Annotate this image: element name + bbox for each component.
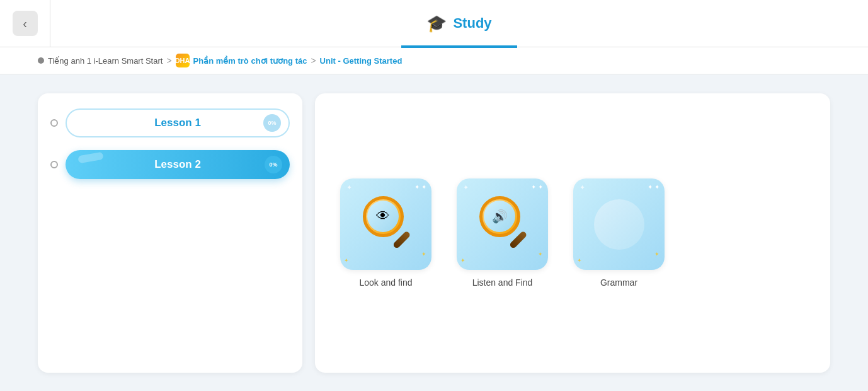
tab-study-label: Study bbox=[453, 15, 491, 32]
lesson1-button[interactable]: Lesson 1 0% bbox=[66, 108, 290, 137]
study-icon: 🎓 bbox=[426, 14, 447, 33]
left-panel: Lesson 1 0% Lesson 2 0% bbox=[38, 93, 302, 373]
grammar-icon bbox=[594, 199, 644, 250]
breadcrumb-item1: Tiếng anh 1 i-Learn Smart Start bbox=[48, 56, 163, 66]
tab-study[interactable]: 🎓 Study bbox=[401, 1, 517, 48]
nav-tabs: 🎓 Study bbox=[50, 0, 868, 47]
sparkle-icon-1: ✦ ✦ bbox=[414, 184, 426, 190]
top-nav: ‹ 🎓 Study bbox=[0, 0, 868, 47]
breadcrumb-app-icon: DHA bbox=[176, 54, 190, 67]
breadcrumb-dot bbox=[38, 57, 44, 64]
eye-icon: 👁 bbox=[376, 208, 390, 225]
breadcrumb-item2[interactable]: Phần mềm trò chơi tương tác bbox=[193, 56, 307, 66]
lesson-row-2: Lesson 2 0% bbox=[50, 150, 290, 179]
sparkle-icon-4: ✦ bbox=[460, 257, 465, 264]
look-find-card-img: ✦ ✦ 👁 ✦ bbox=[340, 178, 431, 270]
grammar-label: Grammar bbox=[600, 277, 637, 288]
lesson1-radio[interactable] bbox=[50, 119, 58, 127]
listen-find-icon: 🔊 bbox=[474, 196, 531, 253]
sparkle-icon-3: ✦ ✦ bbox=[531, 184, 543, 190]
sparkle-icon-2: ✦ bbox=[344, 257, 349, 264]
lesson1-percent: 0% bbox=[263, 114, 281, 132]
activity-grammar[interactable]: ✦ ✦ ✦ Grammar bbox=[573, 178, 665, 288]
lesson-row-1: Lesson 1 0% bbox=[50, 108, 290, 137]
lesson2-percent: 0% bbox=[265, 156, 282, 173]
grammar-card-img: ✦ ✦ ✦ bbox=[573, 178, 665, 270]
lesson2-button[interactable]: Lesson 2 0% bbox=[66, 150, 290, 179]
sparkle-icon-6: ✦ bbox=[577, 257, 582, 264]
listen-find-card-img: ✦ ✦ 🔊 ✦ bbox=[457, 178, 548, 270]
main-content: Lesson 1 0% Lesson 2 0% ✦ ✦ 👁 bbox=[0, 74, 868, 391]
activity-listen-find[interactable]: ✦ ✦ 🔊 ✦ Listen and Find bbox=[457, 178, 548, 288]
listen-find-label: Listen and Find bbox=[472, 277, 533, 288]
breadcrumb-sep1: > bbox=[166, 55, 171, 66]
lesson2-radio[interactable] bbox=[50, 161, 58, 168]
lesson2-label: Lesson 2 bbox=[154, 158, 201, 171]
look-find-label: Look and find bbox=[359, 277, 412, 288]
breadcrumb-sep2: > bbox=[311, 55, 316, 66]
back-arrow-icon: ‹ bbox=[13, 11, 38, 36]
breadcrumb-item3[interactable]: Unit - Getting Started bbox=[320, 56, 403, 66]
breadcrumb: Tiếng anh 1 i-Learn Smart Start > DHA Ph… bbox=[0, 47, 868, 74]
sparkle-icon-5: ✦ ✦ bbox=[648, 184, 660, 190]
right-panel: ✦ ✦ 👁 ✦ Look and find ✦ ✦ bbox=[315, 93, 830, 373]
activity-look-find[interactable]: ✦ ✦ 👁 ✦ Look and find bbox=[340, 178, 431, 288]
lesson1-label: Lesson 1 bbox=[154, 117, 201, 129]
look-find-icon: 👁 bbox=[358, 196, 414, 253]
back-button[interactable]: ‹ bbox=[0, 0, 50, 47]
speaker-icon: 🔊 bbox=[492, 209, 508, 224]
